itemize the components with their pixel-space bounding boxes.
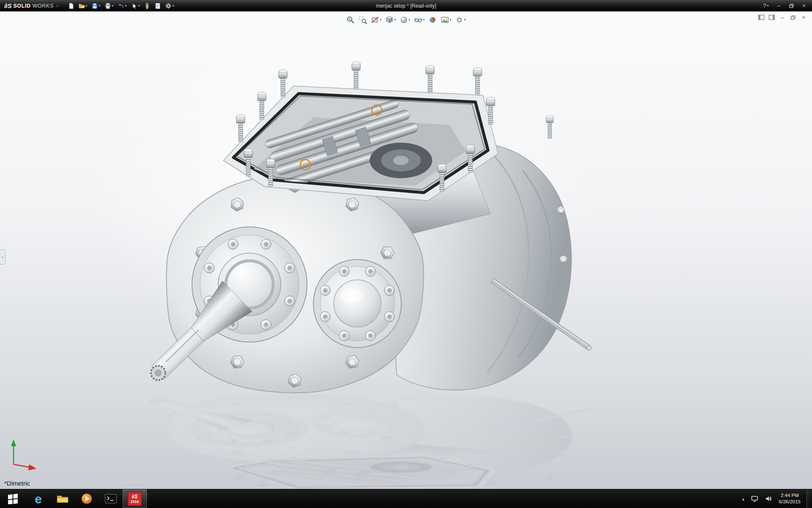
zoom-to-area-icon <box>359 16 367 24</box>
taskbar-internet-explorer[interactable]: e <box>26 489 50 508</box>
hide-show-items-button[interactable]: ▾ <box>412 14 426 25</box>
featuremanager-collapsed-tab[interactable]: › <box>0 249 5 265</box>
save-floppy-icon <box>91 3 98 9</box>
printer-icon <box>104 3 111 9</box>
print-button[interactable]: ▾ <box>103 1 115 11</box>
solidworks-year: 2015 <box>130 500 139 504</box>
tray-volume-button[interactable] <box>764 489 773 508</box>
dropdown-caret-icon[interactable]: ▾ <box>380 18 381 22</box>
file-properties-button[interactable] <box>153 1 163 11</box>
graphics-area[interactable]: ▾ ▾ ▾ ▾ ▾ ▾ <box>0 11 812 489</box>
show-desktop-button[interactable] <box>807 489 811 508</box>
dropdown-caret-icon[interactable]: ▾ <box>125 4 127 8</box>
bearing-cover-small[interactable] <box>313 260 401 348</box>
solidworks-mark-icon: ∂S <box>4 2 11 9</box>
volume-icon <box>765 495 772 502</box>
system-tray: ▴ 2:44 PM 6/26/2015 <box>741 489 812 508</box>
select-cursor-icon <box>131 3 137 9</box>
doc-minimize-icon: – <box>781 14 784 20</box>
undo-arrow-icon <box>118 3 124 9</box>
taskbar-media-player[interactable] <box>74 489 99 508</box>
tray-network-button[interactable] <box>750 489 759 508</box>
edit-appearance-button[interactable] <box>427 14 439 25</box>
taskbar-solidworks-2015[interactable]: ∂S 2015 <box>123 489 147 508</box>
select-button[interactable]: ▾ <box>129 1 142 11</box>
rebuild-stoplight-icon <box>144 3 151 9</box>
new-document-button[interactable] <box>66 1 76 11</box>
save-button[interactable]: ▾ <box>90 1 102 11</box>
dropdown-caret-icon[interactable]: ▾ <box>99 4 101 8</box>
undo-button[interactable]: ▾ <box>116 1 129 11</box>
minimize-button[interactable]: – <box>773 2 784 10</box>
internet-explorer-icon: e <box>35 493 42 505</box>
options-button[interactable]: ▾ <box>163 1 176 11</box>
doc-pane-right-button[interactable] <box>767 14 776 21</box>
window-title: menjac sklop * [Read-only] <box>376 3 436 9</box>
zoom-to-fit-button[interactable] <box>345 14 357 25</box>
options-gear-icon <box>165 3 172 9</box>
open-button[interactable]: ▾ <box>77 1 89 11</box>
menu-bar-toolbar: ▾ ▾ ▾ ▾ ▾ <box>66 1 176 11</box>
triad-x-arrowhead <box>28 464 36 470</box>
dropdown-caret-icon[interactable]: ▾ <box>464 18 466 22</box>
view-orientation-button[interactable]: ▾ <box>384 14 398 25</box>
command-prompt-icon <box>105 494 117 503</box>
new-document-icon <box>68 3 74 9</box>
taskbar-clock[interactable]: 2:44 PM 6/26/2015 <box>778 489 801 508</box>
doc-close-button[interactable]: × <box>799 14 808 21</box>
rebuild-button[interactable] <box>142 1 152 11</box>
pane-left-icon <box>758 14 765 21</box>
help-icon: ? <box>763 3 766 8</box>
file-properties-icon <box>154 3 161 9</box>
windows-taskbar: e ∂S 2015 ▴ <box>0 489 812 508</box>
dropdown-caret-icon[interactable]: ▾ <box>138 4 140 8</box>
view-orientation-label: *Dimetric <box>4 480 30 487</box>
section-view-icon <box>371 16 379 24</box>
clock-date: 6/26/2015 <box>779 499 801 504</box>
gearbox-3d-model[interactable] <box>0 11 812 489</box>
start-button[interactable] <box>0 489 26 508</box>
doc-close-icon: × <box>802 14 805 20</box>
titlebar: ∂S SOLIDWORKS » ▾ ▾ ▾ ▾ <box>0 0 812 11</box>
top-cover[interactable] <box>223 62 498 201</box>
section-view-button[interactable]: ▾ <box>369 14 383 25</box>
view-settings-gear-icon <box>455 16 464 24</box>
close-button[interactable]: × <box>798 2 809 10</box>
display-style-button[interactable]: ▾ <box>398 14 412 25</box>
solidworks-mark: ∂S <box>132 494 138 499</box>
taskbar-file-explorer[interactable] <box>50 489 74 508</box>
triad-x-axis <box>14 464 30 467</box>
doc-restore-button[interactable] <box>788 14 798 21</box>
brand-solid-text: SOLID <box>13 3 30 9</box>
dropdown-caret-icon[interactable]: ▾ <box>173 4 174 8</box>
zoom-to-area-button[interactable] <box>357 14 369 25</box>
dropdown-caret-icon[interactable]: ▾ <box>86 4 88 8</box>
document-window-controls: – × <box>757 14 808 21</box>
solidworks-logo: ∂S SOLIDWORKS » <box>4 2 59 9</box>
file-explorer-folder-icon <box>57 494 69 503</box>
pane-right-icon <box>768 14 775 21</box>
dropdown-caret-icon[interactable]: ▾ <box>423 18 425 22</box>
window-controls: ?▾ – × <box>760 2 809 10</box>
open-folder-icon <box>78 3 85 9</box>
doc-pane-left-button[interactable] <box>757 14 766 21</box>
media-player-icon <box>81 493 93 505</box>
dropdown-caret-icon[interactable]: ▾ <box>409 18 410 22</box>
triad-y-arrowhead <box>11 439 16 446</box>
tray-expand-button[interactable]: ▴ <box>741 489 745 508</box>
solidworks-app-icon: ∂S 2015 <box>128 492 142 506</box>
tray-expand-icon: ▴ <box>742 497 744 501</box>
taskbar-command-prompt[interactable] <box>99 489 123 508</box>
apply-scene-button[interactable]: ▾ <box>439 14 453 25</box>
dropdown-caret-icon[interactable]: ▾ <box>767 4 769 8</box>
restore-button[interactable] <box>786 2 797 10</box>
dropdown-caret-icon[interactable]: ▾ <box>394 18 396 22</box>
edit-appearance-ball-icon <box>428 16 437 24</box>
help-button[interactable]: ?▾ <box>760 2 771 10</box>
view-settings-button[interactable]: ▾ <box>453 14 467 25</box>
dropdown-caret-icon[interactable]: ▾ <box>112 4 114 8</box>
minimize-icon: – <box>777 3 780 8</box>
restore-icon <box>789 4 794 8</box>
dropdown-caret-icon[interactable]: ▾ <box>450 18 451 22</box>
doc-minimize-button[interactable]: – <box>778 14 787 21</box>
